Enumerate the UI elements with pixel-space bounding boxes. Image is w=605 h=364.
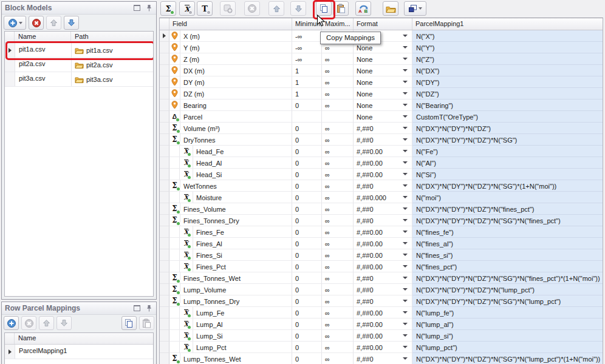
- minimum-value[interactable]: 0: [292, 330, 322, 342]
- field-row[interactable]: ΣWetTonnes0∞#,##0N("DX")*N("DY")*N("DZ")…: [160, 180, 603, 192]
- maximum-value[interactable]: ∞: [322, 295, 354, 307]
- minimum-value[interactable]: 0: [292, 134, 322, 146]
- add-mapping-button[interactable]: [4, 316, 19, 330]
- open-button[interactable]: [383, 1, 398, 16]
- column-header-minimum[interactable]: Minimum: [292, 18, 322, 30]
- remove-model-button[interactable]: [29, 16, 44, 30]
- mapping-expression[interactable]: N("DX")*N("DY")*N("DZ")*N("fines_pct"): [412, 203, 603, 215]
- paste-mapping-button[interactable]: [139, 316, 154, 330]
- column-header-path[interactable]: Path: [71, 32, 153, 42]
- field-row[interactable]: Y (m)-∞∞NoneN("Y"): [160, 42, 603, 53]
- maximum-value[interactable]: ∞: [322, 65, 354, 76]
- minimum-value[interactable]: 0: [292, 169, 322, 180]
- minimum-value[interactable]: 0: [292, 238, 322, 249]
- field-row[interactable]: ΔParcelNoneCustomT("OreType"): [160, 111, 603, 123]
- format-dropdown-icon[interactable]: [403, 231, 408, 233]
- mapping-expression[interactable]: N("Bearing"): [412, 99, 603, 111]
- delete-field-button[interactable]: [244, 1, 260, 16]
- field-row[interactable]: XLump_Si0∞#,##0.00N("lump_si"): [160, 330, 603, 342]
- minimum-value[interactable]: 0: [292, 203, 322, 215]
- format-dropdown-icon[interactable]: [403, 288, 408, 291]
- maximum-value[interactable]: ∞: [322, 330, 354, 342]
- mapping-expression[interactable]: N("X"): [412, 30, 603, 42]
- format-dropdown-icon[interactable]: [403, 173, 408, 175]
- format-cell[interactable]: #,##0.00: [354, 169, 412, 180]
- format-cell[interactable]: #,##0.00: [354, 342, 412, 353]
- maximum-value[interactable]: ∞: [322, 134, 354, 146]
- minimum-value[interactable]: 1: [292, 88, 322, 99]
- maximum-value[interactable]: ∞: [322, 353, 354, 364]
- format-cell[interactable]: #,##0: [354, 134, 412, 146]
- format-dropdown-icon[interactable]: [403, 219, 408, 221]
- minimum-value[interactable]: -∞: [292, 53, 322, 65]
- mapping-expression[interactable]: N("fines_al"): [412, 238, 603, 249]
- move-model-up-button[interactable]: [46, 16, 61, 30]
- maximum-value[interactable]: ∞: [322, 238, 354, 249]
- maximum-value[interactable]: ∞: [322, 99, 354, 111]
- format-cell[interactable]: #,##0: [354, 272, 412, 284]
- format-dropdown-icon[interactable]: [403, 254, 408, 256]
- format-dropdown-icon[interactable]: [403, 334, 408, 337]
- format-cell[interactable]: #,##0.00: [354, 238, 412, 249]
- format-cell[interactable]: None: [354, 53, 412, 65]
- format-dropdown-icon[interactable]: [403, 92, 408, 95]
- format-dropdown-icon[interactable]: [403, 323, 408, 325]
- format-cell[interactable]: None: [354, 88, 412, 99]
- column-header-name[interactable]: Name: [15, 333, 153, 344]
- mapping-expression[interactable]: N("DZ"): [412, 88, 603, 99]
- mapping-expression[interactable]: N("DX")*N("DY")*N("DZ")*N("SG"): [412, 134, 603, 146]
- maximum-value[interactable]: ∞: [322, 76, 354, 88]
- field-row[interactable]: XHead_Si0∞#,##0.00N("Si"): [160, 169, 603, 180]
- format-cell[interactable]: #,##0.00: [354, 146, 412, 157]
- rename-fields-button[interactable]: A B: [355, 1, 371, 16]
- maximum-value[interactable]: ∞: [322, 180, 354, 192]
- minimum-value[interactable]: 0: [292, 192, 322, 203]
- format-dropdown-icon[interactable]: [403, 184, 408, 187]
- paste-mappings-button[interactable]: [333, 1, 349, 16]
- format-dropdown-icon[interactable]: [403, 311, 408, 314]
- mapping-expression[interactable]: N("Si"): [412, 169, 603, 180]
- mapping-expression[interactable]: N("DX")*N("DY")*N("DZ"): [412, 123, 603, 134]
- float-icon[interactable]: [132, 305, 141, 312]
- field-row[interactable]: ΣLump_Volume0∞#,##0N("DX")*N("DY")*N("DZ…: [160, 284, 603, 295]
- format-dropdown-icon[interactable]: [403, 161, 408, 164]
- format-cell[interactable]: #,##0: [354, 284, 412, 295]
- format-cell[interactable]: #,##0.00: [354, 249, 412, 261]
- format-dropdown-icon[interactable]: [403, 242, 408, 244]
- model-path-cell[interactable]: pit3a.csv: [72, 72, 153, 86]
- mapping-expression[interactable]: N("DX")*N("DY")*N("DZ")*N("SG")*N("lump_…: [412, 353, 603, 364]
- maximum-value[interactable]: ∞: [322, 261, 354, 272]
- pin-icon[interactable]: [145, 4, 153, 12]
- minimum-value[interactable]: 0: [292, 318, 322, 330]
- field-row[interactable]: XHead_Al0∞#,##0.00N("Al"): [160, 157, 603, 169]
- field-row[interactable]: Bearing0∞NoneN("Bearing"): [160, 99, 603, 111]
- maximum-value[interactable]: ∞: [322, 318, 354, 330]
- format-dropdown-icon[interactable]: [403, 277, 408, 279]
- maximum-value[interactable]: ∞: [322, 249, 354, 261]
- format-dropdown-icon[interactable]: [403, 58, 408, 60]
- mapping-expression[interactable]: N("DY"): [412, 76, 603, 88]
- move-mapping-up-button[interactable]: [39, 316, 54, 330]
- maximum-value[interactable]: ∞: [322, 284, 354, 295]
- format-cell[interactable]: #,##0: [354, 123, 412, 134]
- field-row[interactable]: ΣFines_Volume0∞#,##0N("DX")*N("DY")*N("D…: [160, 203, 603, 215]
- mapping-expression[interactable]: N("moi"): [412, 192, 603, 203]
- copy-mappings-button[interactable]: [316, 1, 332, 16]
- format-cell[interactable]: #,##0: [354, 203, 412, 215]
- add-model-split-button[interactable]: [4, 16, 26, 30]
- field-row[interactable]: XFines_Al0∞#,##0.00N("fines_al"): [160, 238, 603, 249]
- field-row[interactable]: XHead_Fe0∞#,##0.00N("Fe"): [160, 146, 603, 157]
- minimum-value[interactable]: 0: [292, 226, 322, 238]
- format-dropdown-icon[interactable]: [403, 69, 408, 72]
- model-path-cell[interactable]: pit2a.csv: [72, 58, 153, 72]
- minimum-value[interactable]: 0: [292, 261, 322, 272]
- format-dropdown-icon[interactable]: [403, 346, 408, 348]
- format-cell[interactable]: #,##0.00: [354, 318, 412, 330]
- mapping-expression[interactable]: N("DX")*N("DY")*N("DZ")*N("SG")*N("lump_…: [412, 295, 603, 307]
- format-dropdown-icon[interactable]: [403, 196, 408, 198]
- field-row[interactable]: ΣLump_Tonnes_Dry0∞#,##0N("DX")*N("DY")*N…: [160, 295, 603, 307]
- parcel-mapping-row[interactable]: ParcelMapping1: [5, 345, 153, 359]
- sum-field-button[interactable]: Σ: [160, 1, 176, 16]
- minimum-value[interactable]: 0: [292, 353, 322, 364]
- maximum-value[interactable]: ∞: [322, 215, 354, 226]
